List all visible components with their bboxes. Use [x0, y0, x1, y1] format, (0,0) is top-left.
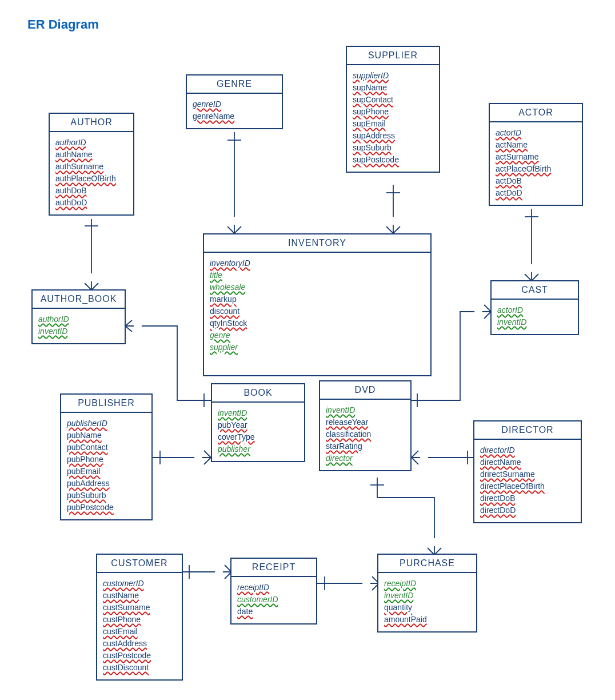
svg-line-31: [204, 458, 211, 464]
attribute: supName: [353, 82, 433, 94]
svg-point-46: [362, 579, 370, 587]
entity-actor: ACTOR actorIDactNameactSurnameactPlaceOf…: [489, 103, 583, 206]
attribute: custName: [103, 590, 176, 602]
attribute: pubPostcode: [67, 502, 146, 514]
attribute: custDiscount: [103, 662, 176, 674]
attribute: actDoD: [496, 187, 576, 199]
attribute: director: [326, 452, 405, 464]
attribute: title: [210, 269, 425, 281]
entity-inventory: INVENTORY inventoryIDtitlewholesalemarku…: [203, 233, 432, 376]
attribute: custSurname: [103, 602, 176, 614]
entity-attrs: supplierIDsupNamesupContactsupPhonesupEm…: [347, 65, 439, 172]
entity-attrs: authorIDinventID: [33, 309, 125, 343]
attribute: discount: [210, 305, 425, 317]
entity-attrs: receiptIDinventIDquantityamountPaid: [378, 573, 476, 631]
svg-point-32: [194, 454, 202, 462]
entity-attrs: genreIDgenreName: [187, 94, 282, 128]
entity-title: PUBLISHER: [61, 395, 151, 413]
svg-point-19: [528, 264, 536, 272]
svg-line-8: [234, 226, 241, 233]
attribute: supAddress: [353, 130, 433, 142]
svg-line-24: [125, 320, 132, 326]
entity-attrs: publisherIDpubNamepubContactpubPhonepubE…: [61, 413, 151, 519]
entity-attrs: directorIDdirectNamedrirectSurnamedirect…: [474, 440, 581, 522]
attribute: directName: [480, 456, 575, 468]
attribute: pubYear: [218, 419, 298, 431]
attribute: authorID: [55, 137, 127, 149]
attribute: actDoB: [496, 175, 576, 187]
attribute: inventID: [38, 325, 119, 337]
svg-point-4: [87, 273, 95, 281]
attribute: releaseYear: [326, 416, 405, 428]
svg-line-35: [412, 451, 418, 458]
attribute: actorID: [497, 304, 572, 316]
attribute: classification: [326, 428, 405, 440]
attribute: directPlaceOfBirth: [480, 480, 575, 492]
entity-dvd: DVD inventIDreleaseYearclassificationsta…: [319, 380, 412, 471]
attribute: authDoB: [55, 185, 127, 197]
page-title: ER Diagram: [27, 17, 99, 32]
svg-point-41: [430, 538, 438, 546]
attribute: quantity: [384, 602, 470, 614]
attribute: customerID: [237, 594, 310, 606]
attribute: pubSuburb: [67, 490, 146, 502]
attribute: authName: [55, 149, 127, 161]
entity-director: DIRECTOR directorIDdirectNamedrirectSurn…: [473, 420, 582, 523]
attribute: supContact: [353, 94, 433, 106]
entity-attrs: customerIDcustNamecustSurnamecustPhonecu…: [97, 573, 182, 679]
attribute: pubName: [67, 429, 146, 442]
entity-title: ACTOR: [490, 104, 582, 122]
entity-title: CAST: [492, 281, 578, 300]
attribute: drirectSurname: [480, 468, 575, 480]
attribute: supPostcode: [353, 154, 433, 166]
attribute: genreID: [193, 98, 276, 110]
attribute: receiptID: [384, 578, 470, 590]
attribute: supplierID: [353, 70, 433, 82]
entity-book: BOOK inventIDpubYearcoverTypepublisher: [211, 383, 305, 462]
attribute: actName: [496, 139, 576, 151]
svg-point-23: [474, 308, 482, 316]
attribute: inventID: [218, 407, 298, 419]
attribute: inventID: [497, 316, 572, 328]
attribute: pubContact: [67, 442, 146, 454]
attribute: custPhone: [103, 614, 176, 626]
entity-attrs: actorIDinventID: [492, 300, 578, 334]
attribute: publisher: [218, 443, 298, 455]
attribute: actSurname: [496, 151, 576, 163]
entity-purchase: PURCHASE receiptIDinventIDquantityamount…: [377, 554, 477, 633]
attribute: authSurname: [55, 161, 127, 173]
entity-customer: CUSTOMER customerIDcustNamecustSurnamecu…: [96, 554, 183, 681]
entity-title: GENRE: [187, 75, 282, 94]
entity-attrs: authorIDauthNameauthSurnameauthPlaceOfBi…: [50, 132, 133, 214]
attribute: receiptID: [237, 582, 310, 594]
attribute: inventID: [326, 404, 405, 416]
entity-title: AUTHOR_BOOK: [33, 291, 125, 309]
attribute: amountPaid: [384, 614, 470, 626]
svg-point-26: [134, 322, 142, 330]
entity-attrs: actorIDactNameactSurnameactPlaceOfBirtha…: [490, 122, 582, 205]
entity-title: SUPPLIER: [347, 47, 439, 65]
attribute: supPhone: [353, 106, 433, 118]
attribute: wholesale: [210, 281, 425, 293]
attribute: actorID: [496, 127, 576, 139]
entity-attrs: inventIDpubYearcoverTypepublisher: [212, 403, 304, 461]
entity-attrs: receiptIDcustomerIDdate: [231, 577, 316, 623]
attribute: supEmail: [353, 118, 433, 130]
svg-line-13: [393, 226, 400, 233]
entity-attrs: inventIDreleaseYearclassificationstarRat…: [320, 400, 410, 470]
entity-genre: GENRE genreIDgenreName: [186, 74, 283, 129]
svg-point-51: [215, 568, 223, 576]
entity-attrs: inventoryIDtitlewholesalemarkupdiscountq…: [204, 253, 430, 359]
attribute: pubPhone: [67, 454, 146, 466]
attribute: custPostcode: [103, 650, 176, 662]
entity-title: AUTHOR: [50, 114, 133, 132]
entity-title: RECEIPT: [231, 559, 316, 577]
attribute: authorID: [38, 313, 119, 325]
attribute: pubEmail: [67, 466, 146, 478]
svg-point-14: [389, 217, 397, 225]
svg-line-7: [227, 226, 234, 233]
svg-line-30: [204, 451, 211, 458]
attribute: publisherID: [67, 417, 146, 429]
attribute: inventID: [384, 590, 470, 602]
attribute: authDoD: [55, 197, 127, 209]
